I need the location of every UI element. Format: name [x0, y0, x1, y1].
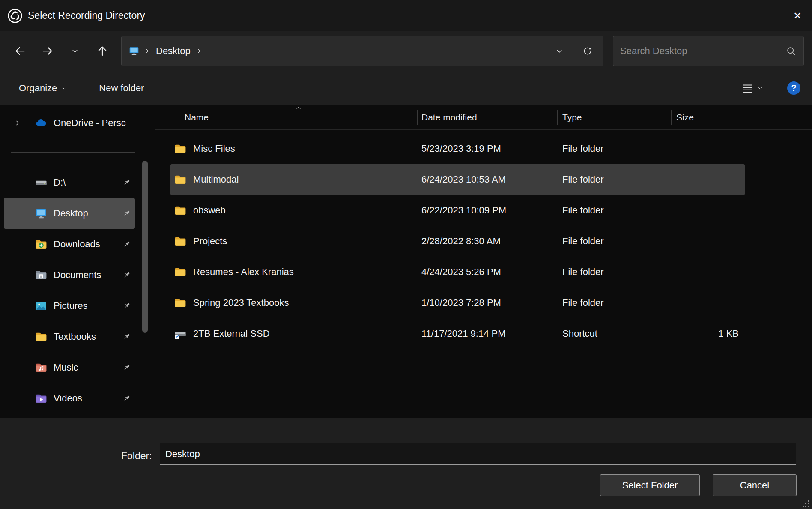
- folder-icon: [174, 296, 187, 309]
- file-row-projects[interactable]: Projects2/28/2022 8:30 AMFile folder: [170, 226, 745, 257]
- column-separator[interactable]: [417, 110, 418, 125]
- back-button[interactable]: [8, 39, 32, 63]
- forward-button[interactable]: [36, 39, 60, 63]
- sort-ascending-icon: [295, 105, 302, 111]
- file-type: File folder: [562, 257, 604, 287]
- folder-icon: [174, 266, 187, 278]
- sidebar-item-label: Textbooks: [54, 331, 96, 342]
- breadcrumb-segment-desktop[interactable]: Desktop: [155, 45, 191, 57]
- file-date-modified: 6/22/2023 10:09 PM: [421, 195, 506, 226]
- file-date-modified: 1/10/2023 7:28 PM: [421, 287, 501, 318]
- file-row-multimodal[interactable]: Multimodal6/24/2023 10:53 AMFile folder: [170, 164, 745, 195]
- refresh-button[interactable]: [582, 46, 593, 56]
- sidebar-item-textbooks[interactable]: Textbooks: [4, 321, 135, 352]
- organize-label: Organize: [19, 83, 57, 94]
- expand-chevron-icon[interactable]: [14, 119, 21, 127]
- new-folder-button[interactable]: New folder: [99, 83, 144, 94]
- column-header-date-modified[interactable]: Date modified: [421, 105, 477, 130]
- file-name: Resumes - Alex Kranias: [193, 257, 294, 287]
- file-list-area: Name Date modified Type Size Misc Files5…: [155, 105, 812, 418]
- column-header-type[interactable]: Type: [562, 105, 582, 130]
- file-date-modified: 11/17/2021 9:14 PM: [421, 318, 506, 349]
- file-name: Misc Files: [193, 133, 235, 164]
- sidebar-item-label: Videos: [54, 393, 82, 404]
- breadcrumb-chevron-icon: [196, 48, 203, 54]
- details-view-icon: [741, 82, 754, 95]
- drive-shortcut-icon: [174, 327, 187, 340]
- sidebar-item-label: Music: [54, 362, 78, 373]
- file-type: File folder: [562, 287, 604, 318]
- window-title: Select Recording Directory: [28, 10, 145, 21]
- dialog-footer: Folder: Select Folder Cancel: [0, 418, 812, 509]
- sidebar-item-label: Documents: [54, 269, 101, 281]
- up-button[interactable]: [90, 39, 114, 63]
- sidebar-item-desktop[interactable]: Desktop: [4, 198, 135, 229]
- downloads-icon: [35, 238, 48, 251]
- up-arrow-icon: [96, 45, 109, 57]
- cancel-button[interactable]: Cancel: [713, 474, 797, 496]
- folder-name-input[interactable]: [160, 443, 796, 465]
- pin-icon: [122, 270, 131, 280]
- command-bar-right: ?: [741, 81, 800, 95]
- file-name: 2TB External SSD: [193, 318, 270, 349]
- file-name: Multimodal: [193, 164, 239, 195]
- address-bar-controls: [555, 46, 596, 56]
- select-folder-label: Select Folder: [622, 480, 678, 491]
- breadcrumb-chevron-icon: [144, 48, 151, 54]
- search-input[interactable]: [620, 45, 785, 57]
- chevron-down-icon: [61, 85, 67, 91]
- file-date-modified: 5/23/2023 3:19 PM: [421, 133, 501, 164]
- column-separator[interactable]: [671, 110, 672, 125]
- command-bar: Organize New folder ?: [0, 71, 812, 105]
- music-icon: [35, 361, 48, 374]
- folder-icon: [174, 204, 187, 217]
- column-separator[interactable]: [749, 110, 749, 125]
- sidebar-scrollbar-thumb[interactable]: [142, 161, 148, 333]
- forward-icon: [41, 45, 54, 57]
- file-date-modified: 6/24/2023 10:53 AM: [421, 164, 506, 195]
- close-icon: ✕: [793, 10, 802, 22]
- sidebar-item-label: Desktop: [54, 208, 88, 219]
- file-date-modified: 2/28/2022 8:30 AM: [421, 226, 501, 257]
- file-row-resumes-alex-kranias[interactable]: Resumes - Alex Kranias4/24/2023 5:26 PMF…: [170, 257, 745, 287]
- select-folder-button[interactable]: Select Folder: [600, 474, 700, 496]
- column-separator[interactable]: [557, 110, 558, 125]
- navigation-pane: OneDrive - PerscD:\DesktopDownloadsDocum…: [0, 105, 155, 418]
- column-header-name[interactable]: Name: [185, 105, 209, 130]
- file-row-2tb-external-ssd[interactable]: 2TB External SSD11/17/2021 9:14 PMShortc…: [170, 318, 745, 349]
- organize-button[interactable]: Organize: [19, 83, 67, 94]
- help-button[interactable]: ?: [787, 81, 800, 95]
- sidebar-item-downloads[interactable]: Downloads: [4, 229, 135, 260]
- resize-grip[interactable]: [801, 499, 810, 508]
- sidebar-item-pictures[interactable]: Pictures: [4, 290, 135, 321]
- pin-icon: [122, 394, 131, 403]
- change-view-button[interactable]: [741, 82, 763, 95]
- sidebar-item-documents[interactable]: Documents: [4, 260, 135, 290]
- help-icon: ?: [791, 83, 796, 93]
- pin-icon: [122, 363, 131, 372]
- file-size: 1 KB: [718, 318, 739, 349]
- file-name: obsweb: [193, 195, 226, 226]
- sidebar-item-d[interactable]: D:\: [4, 167, 135, 198]
- file-name: Projects: [193, 226, 227, 257]
- titlebar[interactable]: Select Recording Directory ✕: [0, 0, 812, 31]
- address-bar[interactable]: Desktop: [121, 36, 603, 66]
- onedrive-icon: [35, 117, 48, 129]
- file-row-obsweb[interactable]: obsweb6/22/2023 10:09 PMFile folder: [170, 195, 745, 226]
- sidebar-item-music[interactable]: Music: [4, 352, 135, 383]
- file-row-misc-files[interactable]: Misc Files5/23/2023 3:19 PMFile folder: [170, 133, 745, 164]
- column-header-size[interactable]: Size: [676, 105, 694, 130]
- folder-icon: [35, 330, 48, 343]
- obs-logo-icon: [7, 8, 23, 24]
- sidebar-divider: [11, 152, 135, 153]
- address-dropdown-button[interactable]: [555, 47, 564, 55]
- pin-icon: [122, 301, 131, 311]
- file-row-spring-2023-textbooks[interactable]: Spring 2023 Textbooks1/10/2023 7:28 PMFi…: [170, 287, 745, 318]
- file-date-modified: 4/24/2023 5:26 PM: [421, 257, 501, 287]
- pin-icon: [122, 178, 131, 187]
- sidebar-item-videos[interactable]: Videos: [4, 383, 135, 414]
- recent-locations-button[interactable]: [63, 39, 87, 63]
- sidebar-item-onedrive-persc[interactable]: OneDrive - Persc: [4, 108, 135, 138]
- close-button[interactable]: ✕: [783, 0, 812, 31]
- file-type: File folder: [562, 226, 604, 257]
